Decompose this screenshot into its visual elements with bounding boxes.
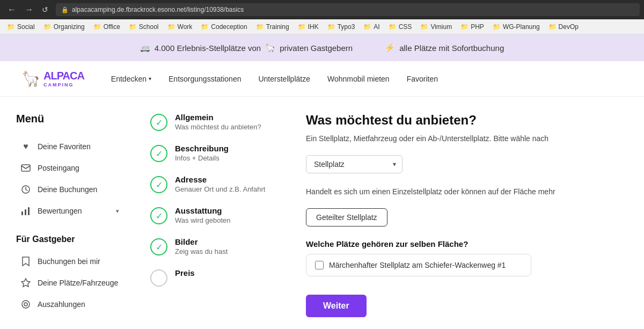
folder-icon: 📁 [460,23,469,31]
step-title: Preis [175,268,195,277]
forward-button[interactable]: → [21,3,36,17]
bookmark-office[interactable]: 📁 Office [90,22,124,32]
reload-button[interactable]: ↺ [39,3,52,16]
step-title: Beschreibung [175,144,229,153]
step-text: Bilder Zeig was du hast [175,237,228,255]
step-text: Adresse Genauer Ort und z.B. Anfahrt [175,175,265,193]
sidebar-plaetze-label: Deine Plätze/Fahrzeuge [38,279,119,287]
folder-icon: 📁 [493,23,501,31]
content-description: Ein Stellplatz, Mietfahrzeug oder ein Ab… [306,133,628,144]
chevron-down-icon: ▾ [149,76,151,82]
logo[interactable]: 🦙 ALPACA CAMPING [21,70,84,87]
sidebar-item-plaetze-fahrzeuge[interactable]: Deine Plätze/Fahrzeuge [16,272,123,294]
sidebar-posteingang-label: Posteingang [38,164,119,172]
bookmark-label: Work [178,23,193,31]
sidebar-item-buchungen-bei-mir[interactable]: Buchungen bei mir [16,251,123,272]
bookmark-css[interactable]: 📁 CSS [385,22,416,32]
step-title: Allgemein [175,113,261,122]
lock-icon: 🔒 [61,6,69,13]
folder-icon: 📁 [363,23,371,31]
svg-rect-3 [28,207,30,215]
svg-rect-0 [21,165,30,171]
bookmark-work[interactable]: 📁 Work [164,22,196,32]
type-select-wrapper: Stellplatz Mietfahrzeug Unterstellplatz … [306,155,402,173]
banner-right: ⚡ alle Plätze mit Sofortbuchung [385,43,504,53]
nav-unterstellplaetze[interactable]: Unterstellplätze [258,75,310,83]
bookmark-label: Vimium [430,23,452,31]
bookmark-label: PHP [471,23,484,31]
menu-title: Menü [16,113,123,125]
bookmark-label: Typo3 [338,23,355,31]
alpaca-emoji: 🦙 [265,43,275,53]
places-icon [20,277,31,288]
nav-entsorgungsstationen[interactable]: Entsorgungsstationen [169,75,241,83]
bookmark-codeception[interactable]: 📁 Codeception [197,22,251,32]
sidebar-bewertungen-label: Bewertungen [38,207,109,215]
logo-text: ALPACA CAMPING [43,70,84,87]
bookmark-label: IHK [308,23,319,31]
step-bilder: ✓ Bilder Zeig was du hast [150,237,279,255]
bookmark-school[interactable]: 📁 School [125,22,163,32]
type-select[interactable]: Stellplatz Mietfahrzeug Unterstellplatz [306,155,402,173]
gastgeber-title: Für Gastgeber [16,235,123,244]
svg-point-4 [22,301,30,308]
bookmark-ihk[interactable]: 📁 IHK [294,22,323,32]
folder-icon: 📁 [129,23,137,31]
sidebar: Menü ♥ Deine Favoriten Posteingang Deine… [0,97,140,329]
einzelstellplatz-description: Handelt es sich um einen Einzelstellplat… [306,186,628,198]
gleiche-flaeche-label: Welche Plätze gehören zur selben Fläche? [306,239,628,248]
sidebar-item-buchungen[interactable]: Deine Buchungen [16,179,123,200]
bookmark-organizing[interactable]: 📁 Organizing [40,22,89,32]
nav-wohnmobil-mieten[interactable]: Wohnmobil mieten [327,75,390,83]
steps-column: ✓ Allgemein Was möchtest du anbieten? ✓ … [140,97,290,329]
bookmark-vimium[interactable]: 📁 Vimium [416,22,456,32]
step-complete-icon: ✓ [150,207,167,224]
step-incomplete-icon [150,269,167,287]
back-button[interactable]: ← [4,3,19,17]
step-complete-icon: ✓ [150,114,167,131]
bookmark-typo3[interactable]: 📁 Typo3 [324,22,359,32]
geteilt-stellplatz-button[interactable]: Geteilter Stellplatz [306,208,387,226]
bookmark-devop[interactable]: 📁 DevOp [545,22,582,32]
browser-nav-buttons: ← → ↺ [4,3,52,17]
checkbox-stellplatz[interactable] [315,261,324,269]
bookmark-label: Codeception [211,23,247,31]
payout-icon [20,299,31,310]
weiter-button[interactable]: Weiter [306,295,367,317]
step-adresse: ✓ Adresse Genauer Ort und z.B. Anfahrt [150,175,279,193]
address-bar[interactable]: 🔒 alpacacamping.de.fbrackrock.esono.net/… [56,3,640,16]
bookmark-wg-planung[interactable]: 📁 WG-Planung [489,22,544,32]
sidebar-item-bewertungen[interactable]: Bewertungen ▾ [16,200,123,222]
step-text: Beschreibung Infos + Details [175,144,229,162]
logo-main-text: ALPACA [43,70,84,82]
main-layout: Menü ♥ Deine Favoriten Posteingang Deine… [0,97,644,329]
sidebar-favoriten-label: Deine Favoriten [38,142,119,151]
nav-favoriten[interactable]: Favoriten [407,75,438,83]
camper-emoji: 🚐 [140,43,150,53]
bookmark-label: WG-Planung [503,23,540,31]
chevron-down-icon: ▾ [116,208,119,215]
step-title: Adresse [175,175,265,184]
banner-left-text2: privaten Gastgebern [280,43,353,53]
banner-right-text: alle Plätze mit Sofortbuchung [399,43,504,53]
type-select-group: Stellplatz Mietfahrzeug Unterstellplatz … [306,155,628,173]
bookings-icon [20,184,31,195]
bookmark-label: AI [374,23,379,31]
heart-icon: ♥ [20,141,31,152]
sidebar-item-posteingang[interactable]: Posteingang [16,157,123,179]
sidebar-item-auszahlungen[interactable]: Auszahlungen [16,294,123,315]
sidebar-item-favoriten[interactable]: ♥ Deine Favoriten [16,136,123,157]
site-header: 🦙 ALPACA CAMPING Entdecken ▾ Entsorgungs… [0,61,644,97]
promo-banner: 🚐 4.000 Erlebnis-Stellplätze von 🦙 priva… [0,34,644,61]
checkbox-item-stellplatz[interactable]: Märchenhafter Stellplatz am Schiefer-Wac… [306,254,531,276]
bookmark-php[interactable]: 📁 PHP [457,22,488,32]
nav-entdecken[interactable]: Entdecken ▾ [111,75,151,83]
bookmark-social[interactable]: 📁 Social [3,22,39,32]
bookmark-ai[interactable]: 📁 AI [360,22,383,32]
bookmarks-bar: 📁 Social 📁 Organizing 📁 Office 📁 School … [0,19,644,34]
step-subtitle: Genauer Ort und z.B. Anfahrt [175,185,265,193]
bookmark-label: Office [104,23,120,31]
step-title: Ausstattung [175,206,231,215]
step-complete-icon: ✓ [150,145,167,162]
bookmark-training[interactable]: 📁 Training [252,22,293,32]
